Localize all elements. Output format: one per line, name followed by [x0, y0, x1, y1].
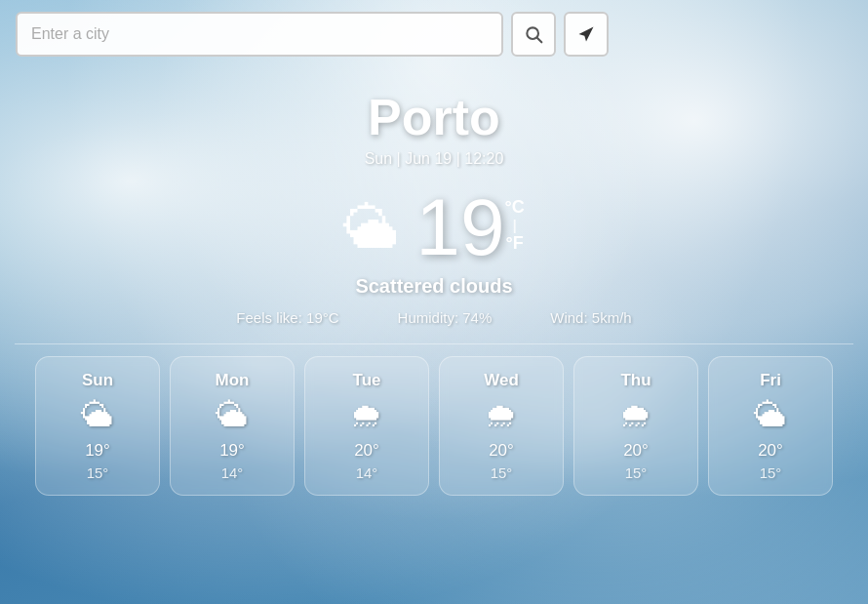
- forecast-day: Wed: [484, 371, 519, 390]
- main-weather-icon: 🌥: [343, 195, 400, 261]
- forecast-high: 20°: [758, 441, 783, 461]
- forecast-icon: 🌧: [485, 398, 518, 431]
- feels-like: Feels like: 19°C: [236, 309, 338, 326]
- forecast-card: Fri 🌥 20° 15°: [708, 356, 833, 496]
- forecast-day: Thu: [620, 371, 651, 390]
- svg-line-1: [537, 38, 542, 43]
- forecast-low: 15°: [87, 464, 109, 481]
- forecast-icon: 🌧: [350, 398, 383, 431]
- forecast-card: Wed 🌧 20° 15°: [439, 356, 564, 496]
- forecast-icon: 🌧: [619, 398, 652, 431]
- temperature-value: 19: [415, 187, 504, 267]
- date-time: Sun | Jun 19 | 12:20: [236, 150, 631, 168]
- unit-separator: |: [505, 218, 525, 233]
- unit-fahrenheit[interactable]: °F: [505, 233, 525, 254]
- forecast-low: 15°: [760, 464, 782, 481]
- search-button[interactable]: [511, 12, 556, 57]
- forecast-low: 14°: [221, 464, 244, 481]
- forecast-high: 20°: [354, 441, 379, 461]
- temp-row: 🌥 19 °C | °F: [236, 187, 631, 267]
- svg-marker-2: [579, 27, 594, 42]
- forecast-row: Sun 🌥 19° 15° Mon 🌥 19° 14° Tue 🌧 20° 14…: [21, 356, 847, 496]
- forecast-card: Tue 🌧 20° 14°: [304, 356, 429, 496]
- location-button[interactable]: [564, 12, 609, 57]
- unit-celsius[interactable]: °C: [505, 197, 525, 218]
- main-content: Porto Sun | Jun 19 | 12:20 🌥 19 °C | °F …: [0, 0, 868, 604]
- temp-units: °C | °F: [505, 197, 525, 254]
- weather-details: Feels like: 19°C Humidity: 74% Wind: 5km…: [236, 309, 631, 326]
- forecast-high: 19°: [219, 441, 245, 461]
- search-icon: [524, 24, 543, 44]
- forecast-high: 20°: [489, 441, 514, 461]
- forecast-day: Tue: [353, 371, 381, 390]
- forecast-icon: 🌥: [81, 398, 114, 431]
- forecast-card: Mon 🌥 19° 14°: [170, 356, 295, 496]
- forecast-low: 14°: [356, 464, 378, 481]
- forecast-day: Sun: [82, 371, 113, 390]
- search-input[interactable]: [16, 12, 503, 57]
- forecast-high: 19°: [85, 441, 110, 461]
- temp-display: 19 °C | °F: [415, 187, 524, 267]
- forecast-card: Thu 🌧 20° 15°: [573, 356, 698, 496]
- forecast-icon: 🌥: [754, 398, 787, 431]
- forecast-icon: 🌥: [216, 398, 249, 431]
- forecast-card: Sun 🌥 19° 15°: [35, 356, 160, 496]
- humidity: Humidity: 74%: [398, 309, 493, 326]
- forecast-low: 15°: [491, 464, 513, 481]
- weather-condition: Scattered clouds: [236, 275, 631, 298]
- forecast-day: Mon: [216, 371, 250, 390]
- location-icon: [576, 24, 596, 44]
- main-weather: Porto Sun | Jun 19 | 12:20 🌥 19 °C | °F …: [236, 88, 631, 326]
- divider: [15, 343, 853, 344]
- city-name: Porto: [236, 88, 631, 146]
- forecast-low: 15°: [625, 464, 648, 481]
- forecast-day: Fri: [760, 371, 781, 390]
- forecast-high: 20°: [623, 441, 649, 461]
- search-bar: [0, 0, 868, 68]
- wind-speed: Wind: 5km/h: [550, 309, 631, 326]
